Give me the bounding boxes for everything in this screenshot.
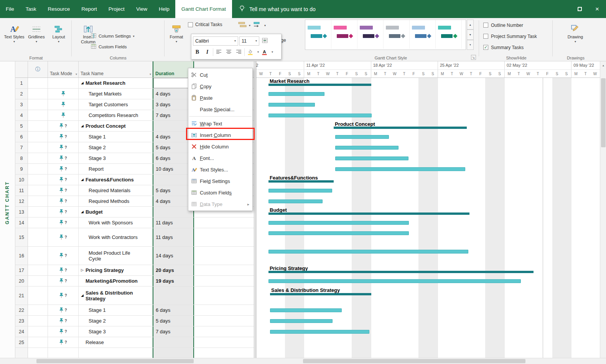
task-name-cell[interactable]: Competitors Research — [79, 110, 153, 120]
task-mode-cell[interactable]: ? — [48, 305, 79, 315]
gantt-style-swatch[interactable] — [436, 20, 462, 49]
row-number[interactable]: 4 — [15, 110, 28, 120]
task-mode-cell[interactable] — [48, 99, 79, 110]
row-number[interactable]: 10 — [15, 175, 28, 185]
align-center-button[interactable] — [224, 48, 233, 57]
gantt-bar[interactable] — [268, 103, 315, 107]
context-menu-item-field-settings[interactable]: Field Settings — [188, 175, 252, 187]
gantt-bar[interactable] — [335, 135, 389, 139]
gantt-style-swatch[interactable] — [410, 20, 436, 49]
gantt-bar[interactable] — [268, 250, 468, 254]
gantt-bar[interactable] — [268, 199, 323, 203]
restore-button[interactable] — [571, 0, 588, 18]
vertical-scrollbar[interactable]: ▲ — [600, 61, 606, 358]
column-settings-button[interactable]: Column Settings ▾ — [91, 32, 134, 40]
task-name-cell[interactable]: Stage 2 — [79, 316, 153, 326]
gantt-bar[interactable] — [268, 92, 324, 96]
duration-cell[interactable]: 19 days — [153, 276, 194, 286]
row-number[interactable] — [15, 348, 28, 358]
row-number[interactable]: 25 — [15, 337, 28, 348]
gantt-bar[interactable] — [268, 189, 332, 193]
task-mode-cell[interactable]: ? — [48, 276, 79, 286]
row-number[interactable]: 24 — [15, 326, 28, 337]
context-menu-item-hide-column[interactable]: Hide Column — [188, 141, 252, 152]
duration-cell[interactable] — [153, 287, 194, 305]
task-name-cell[interactable]: Stage 1 — [79, 305, 153, 315]
task-name-cell[interactable]: ▷Pricing Strategy — [79, 265, 153, 275]
task-mode-cell[interactable]: ? — [48, 196, 79, 206]
task-mode-cell[interactable]: ? — [48, 175, 79, 185]
info-cell[interactable] — [28, 348, 48, 358]
fill-color-button[interactable] — [246, 48, 255, 57]
info-cell[interactable] — [28, 265, 48, 275]
task-name-cell[interactable]: ◢Budget — [79, 207, 153, 217]
task-name-cell[interactable]: Stage 3 — [79, 153, 153, 163]
menu-resource[interactable]: Resource — [42, 0, 76, 18]
checkbox-critical-tasks[interactable]: Critical Tasks — [188, 22, 222, 27]
info-cell[interactable] — [28, 175, 48, 185]
info-cell[interactable] — [28, 196, 48, 206]
task-mode-cell[interactable]: ? — [48, 287, 79, 305]
duration-cell[interactable] — [153, 337, 194, 348]
context-menu-item-custom-fields[interactable]: Custom Fields — [188, 187, 252, 198]
info-cell[interactable] — [28, 287, 48, 305]
task-name-cell[interactable]: Required Methods — [79, 196, 153, 206]
custom-fields-button[interactable]: Custom Fields — [91, 43, 127, 51]
tab-gantt-chart-format[interactable]: Gantt Chart Format — [175, 0, 232, 18]
info-cell[interactable] — [28, 153, 48, 163]
row-number[interactable]: 12 — [15, 196, 28, 206]
scroll-up-icon[interactable]: ▲ — [600, 62, 606, 68]
row-number[interactable]: 14 — [15, 217, 28, 228]
table-scroll-thumb[interactable] — [36, 359, 194, 363]
info-cell[interactable] — [28, 142, 48, 153]
info-cell[interactable] — [28, 247, 48, 265]
info-cell[interactable] — [28, 305, 48, 315]
task-name-cell[interactable]: ◢Market Research — [79, 78, 153, 88]
format-bar-button[interactable]: Format ▾ — [166, 19, 186, 55]
task-mode-cell[interactable]: ? — [48, 121, 79, 131]
task-name-cell[interactable]: Stage 2 — [79, 142, 153, 153]
row-number[interactable]: 13 — [15, 207, 28, 217]
info-cell[interactable] — [28, 164, 48, 174]
task-name-header[interactable]: Task Name▾ — [79, 61, 153, 77]
task-name-cell[interactable]: Target Markets — [79, 89, 153, 99]
gantt-bar[interactable] — [335, 167, 465, 171]
duration-cell[interactable]: 5 days — [153, 316, 194, 326]
context-menu-item-insert-column[interactable]: Insert Column — [188, 129, 252, 141]
task-name-cell[interactable]: Required Materials — [79, 185, 153, 196]
autofit-table-button[interactable] — [260, 36, 269, 46]
task-mode-cell[interactable]: ? — [48, 316, 79, 326]
italic-button[interactable]: I — [203, 48, 212, 57]
gantt-bar[interactable] — [335, 146, 399, 150]
task-mode-cell[interactable]: ? — [48, 153, 79, 163]
row-number[interactable]: 16 — [15, 247, 28, 265]
gantt-bar[interactable] — [268, 114, 372, 117]
summary-gantt-bar[interactable] — [270, 293, 371, 295]
task-mode-cell[interactable]: ? — [48, 164, 79, 174]
row-number[interactable]: 9 — [15, 164, 28, 174]
menu-help[interactable]: Help — [153, 0, 175, 18]
summary-gantt-bar[interactable] — [268, 212, 469, 215]
gantt-bar[interactable] — [270, 319, 333, 323]
baseline-button[interactable]: ▾ — [238, 21, 250, 30]
task-mode-cell[interactable] — [48, 348, 79, 358]
info-column-header[interactable]: ⓘ — [28, 61, 48, 77]
task-name-cell[interactable]: Release — [79, 337, 153, 348]
task-name-cell[interactable]: ◢Sales & Distribution Strategy — [79, 287, 153, 305]
outline-toggle-icon[interactable]: ◢ — [81, 209, 84, 215]
context-menu-item-paste-special[interactable]: Paste Special... — [188, 104, 252, 115]
info-cell[interactable] — [28, 121, 48, 131]
row-number[interactable]: 3 — [15, 99, 28, 110]
menu-report[interactable]: Report — [76, 0, 103, 18]
gridlines-button[interactable]: Gridlines ▾ — [25, 19, 48, 55]
task-mode-cell[interactable]: ? — [48, 185, 79, 196]
gantt-style-swatch[interactable] — [384, 20, 410, 49]
tell-me-box[interactable]: Tell me what you want to do — [232, 0, 322, 18]
task-name-cell[interactable]: Work with Contractors — [79, 228, 153, 246]
duration-cell[interactable] — [153, 348, 194, 358]
gallery-down-button[interactable]: ▼ — [467, 30, 474, 40]
row-number[interactable]: 23 — [15, 316, 28, 326]
text-styles-button[interactable]: A Text Styles ▾ — [3, 19, 25, 55]
summary-gantt-bar[interactable] — [334, 127, 467, 129]
task-mode-cell[interactable]: ? — [48, 247, 79, 265]
